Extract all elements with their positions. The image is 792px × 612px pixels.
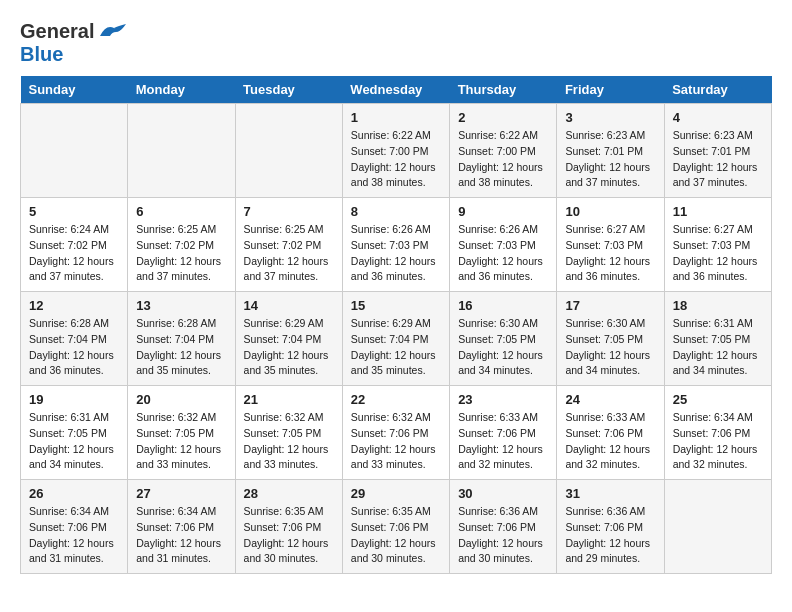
calendar-cell: 27Sunrise: 6:34 AMSunset: 7:06 PMDayligh… <box>128 480 235 574</box>
day-number: 1 <box>351 110 441 125</box>
calendar-cell: 18Sunrise: 6:31 AMSunset: 7:05 PMDayligh… <box>664 292 771 386</box>
calendar-cell: 31Sunrise: 6:36 AMSunset: 7:06 PMDayligh… <box>557 480 664 574</box>
calendar-week-2: 5Sunrise: 6:24 AMSunset: 7:02 PMDaylight… <box>21 198 772 292</box>
day-info: Sunrise: 6:36 AMSunset: 7:06 PMDaylight:… <box>458 504 548 567</box>
day-info: Sunrise: 6:25 AMSunset: 7:02 PMDaylight:… <box>244 222 334 285</box>
page-header: General Blue <box>20 20 772 66</box>
day-number: 20 <box>136 392 226 407</box>
weekday-header-tuesday: Tuesday <box>235 76 342 104</box>
calendar-cell: 23Sunrise: 6:33 AMSunset: 7:06 PMDayligh… <box>450 386 557 480</box>
calendar-cell: 1Sunrise: 6:22 AMSunset: 7:00 PMDaylight… <box>342 104 449 198</box>
calendar-table: SundayMondayTuesdayWednesdayThursdayFrid… <box>20 76 772 574</box>
calendar-header: SundayMondayTuesdayWednesdayThursdayFrid… <box>21 76 772 104</box>
day-info: Sunrise: 6:26 AMSunset: 7:03 PMDaylight:… <box>458 222 548 285</box>
day-info: Sunrise: 6:29 AMSunset: 7:04 PMDaylight:… <box>351 316 441 379</box>
day-info: Sunrise: 6:22 AMSunset: 7:00 PMDaylight:… <box>458 128 548 191</box>
day-number: 27 <box>136 486 226 501</box>
calendar-week-5: 26Sunrise: 6:34 AMSunset: 7:06 PMDayligh… <box>21 480 772 574</box>
day-number: 26 <box>29 486 119 501</box>
logo-blue-text: Blue <box>20 43 63 65</box>
day-info: Sunrise: 6:28 AMSunset: 7:04 PMDaylight:… <box>136 316 226 379</box>
calendar-week-3: 12Sunrise: 6:28 AMSunset: 7:04 PMDayligh… <box>21 292 772 386</box>
day-info: Sunrise: 6:23 AMSunset: 7:01 PMDaylight:… <box>673 128 763 191</box>
day-number: 7 <box>244 204 334 219</box>
calendar-cell: 26Sunrise: 6:34 AMSunset: 7:06 PMDayligh… <box>21 480 128 574</box>
day-info: Sunrise: 6:35 AMSunset: 7:06 PMDaylight:… <box>351 504 441 567</box>
day-info: Sunrise: 6:33 AMSunset: 7:06 PMDaylight:… <box>565 410 655 473</box>
calendar-cell: 7Sunrise: 6:25 AMSunset: 7:02 PMDaylight… <box>235 198 342 292</box>
day-info: Sunrise: 6:23 AMSunset: 7:01 PMDaylight:… <box>565 128 655 191</box>
calendar-cell: 14Sunrise: 6:29 AMSunset: 7:04 PMDayligh… <box>235 292 342 386</box>
weekday-header-sunday: Sunday <box>21 76 128 104</box>
day-number: 23 <box>458 392 548 407</box>
calendar-cell <box>664 480 771 574</box>
day-number: 30 <box>458 486 548 501</box>
day-number: 8 <box>351 204 441 219</box>
day-number: 12 <box>29 298 119 313</box>
day-info: Sunrise: 6:35 AMSunset: 7:06 PMDaylight:… <box>244 504 334 567</box>
day-number: 9 <box>458 204 548 219</box>
day-info: Sunrise: 6:34 AMSunset: 7:06 PMDaylight:… <box>673 410 763 473</box>
day-number: 19 <box>29 392 119 407</box>
day-number: 29 <box>351 486 441 501</box>
logo-bird-icon <box>98 22 126 42</box>
day-info: Sunrise: 6:26 AMSunset: 7:03 PMDaylight:… <box>351 222 441 285</box>
calendar-cell: 11Sunrise: 6:27 AMSunset: 7:03 PMDayligh… <box>664 198 771 292</box>
day-number: 31 <box>565 486 655 501</box>
weekday-header-wednesday: Wednesday <box>342 76 449 104</box>
day-number: 25 <box>673 392 763 407</box>
day-number: 21 <box>244 392 334 407</box>
calendar-cell: 16Sunrise: 6:30 AMSunset: 7:05 PMDayligh… <box>450 292 557 386</box>
day-info: Sunrise: 6:31 AMSunset: 7:05 PMDaylight:… <box>673 316 763 379</box>
day-number: 16 <box>458 298 548 313</box>
calendar-cell: 19Sunrise: 6:31 AMSunset: 7:05 PMDayligh… <box>21 386 128 480</box>
day-number: 14 <box>244 298 334 313</box>
calendar-cell: 3Sunrise: 6:23 AMSunset: 7:01 PMDaylight… <box>557 104 664 198</box>
calendar-cell: 4Sunrise: 6:23 AMSunset: 7:01 PMDaylight… <box>664 104 771 198</box>
calendar-cell: 30Sunrise: 6:36 AMSunset: 7:06 PMDayligh… <box>450 480 557 574</box>
day-info: Sunrise: 6:29 AMSunset: 7:04 PMDaylight:… <box>244 316 334 379</box>
calendar-cell: 29Sunrise: 6:35 AMSunset: 7:06 PMDayligh… <box>342 480 449 574</box>
calendar-cell: 10Sunrise: 6:27 AMSunset: 7:03 PMDayligh… <box>557 198 664 292</box>
day-info: Sunrise: 6:25 AMSunset: 7:02 PMDaylight:… <box>136 222 226 285</box>
calendar-cell: 12Sunrise: 6:28 AMSunset: 7:04 PMDayligh… <box>21 292 128 386</box>
calendar-cell: 24Sunrise: 6:33 AMSunset: 7:06 PMDayligh… <box>557 386 664 480</box>
day-number: 28 <box>244 486 334 501</box>
calendar-cell: 22Sunrise: 6:32 AMSunset: 7:06 PMDayligh… <box>342 386 449 480</box>
calendar-cell: 15Sunrise: 6:29 AMSunset: 7:04 PMDayligh… <box>342 292 449 386</box>
calendar-cell: 13Sunrise: 6:28 AMSunset: 7:04 PMDayligh… <box>128 292 235 386</box>
day-number: 4 <box>673 110 763 125</box>
calendar-cell: 9Sunrise: 6:26 AMSunset: 7:03 PMDaylight… <box>450 198 557 292</box>
day-info: Sunrise: 6:33 AMSunset: 7:06 PMDaylight:… <box>458 410 548 473</box>
day-info: Sunrise: 6:27 AMSunset: 7:03 PMDaylight:… <box>673 222 763 285</box>
day-number: 10 <box>565 204 655 219</box>
calendar-cell: 28Sunrise: 6:35 AMSunset: 7:06 PMDayligh… <box>235 480 342 574</box>
logo: General Blue <box>20 20 126 66</box>
day-number: 15 <box>351 298 441 313</box>
day-info: Sunrise: 6:36 AMSunset: 7:06 PMDaylight:… <box>565 504 655 567</box>
day-info: Sunrise: 6:24 AMSunset: 7:02 PMDaylight:… <box>29 222 119 285</box>
day-number: 18 <box>673 298 763 313</box>
weekday-header-saturday: Saturday <box>664 76 771 104</box>
calendar-cell: 17Sunrise: 6:30 AMSunset: 7:05 PMDayligh… <box>557 292 664 386</box>
day-number: 24 <box>565 392 655 407</box>
day-number: 11 <box>673 204 763 219</box>
day-info: Sunrise: 6:30 AMSunset: 7:05 PMDaylight:… <box>565 316 655 379</box>
day-info: Sunrise: 6:32 AMSunset: 7:05 PMDaylight:… <box>244 410 334 473</box>
weekday-header-thursday: Thursday <box>450 76 557 104</box>
day-info: Sunrise: 6:28 AMSunset: 7:04 PMDaylight:… <box>29 316 119 379</box>
calendar-cell: 20Sunrise: 6:32 AMSunset: 7:05 PMDayligh… <box>128 386 235 480</box>
day-number: 6 <box>136 204 226 219</box>
calendar-cell: 25Sunrise: 6:34 AMSunset: 7:06 PMDayligh… <box>664 386 771 480</box>
day-number: 3 <box>565 110 655 125</box>
day-info: Sunrise: 6:34 AMSunset: 7:06 PMDaylight:… <box>29 504 119 567</box>
day-info: Sunrise: 6:22 AMSunset: 7:00 PMDaylight:… <box>351 128 441 191</box>
calendar-cell <box>21 104 128 198</box>
day-info: Sunrise: 6:27 AMSunset: 7:03 PMDaylight:… <box>565 222 655 285</box>
day-info: Sunrise: 6:32 AMSunset: 7:05 PMDaylight:… <box>136 410 226 473</box>
day-number: 13 <box>136 298 226 313</box>
weekday-row: SundayMondayTuesdayWednesdayThursdayFrid… <box>21 76 772 104</box>
day-info: Sunrise: 6:31 AMSunset: 7:05 PMDaylight:… <box>29 410 119 473</box>
calendar-cell: 2Sunrise: 6:22 AMSunset: 7:00 PMDaylight… <box>450 104 557 198</box>
calendar-cell: 5Sunrise: 6:24 AMSunset: 7:02 PMDaylight… <box>21 198 128 292</box>
